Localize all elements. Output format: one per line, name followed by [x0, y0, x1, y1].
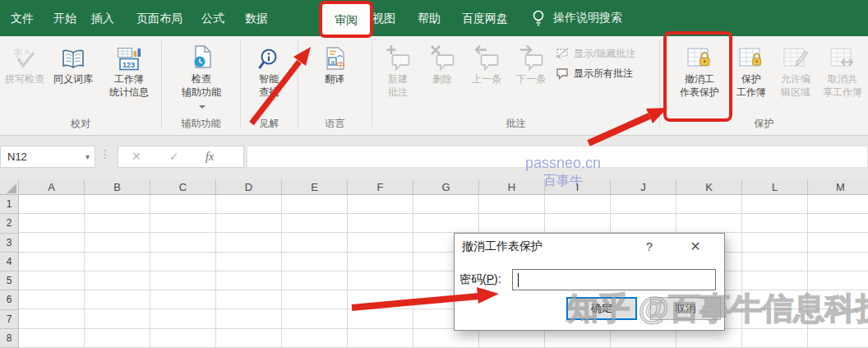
column-header[interactable]: I [545, 179, 611, 194]
delete-comment-button: 删除 [421, 39, 464, 86]
column-header[interactable]: F [348, 179, 413, 194]
formula-bar-handle-icon: ⋮ [99, 147, 109, 160]
sheet-pencil-icon [783, 46, 809, 71]
sheet-share-arrows-icon [829, 46, 856, 71]
column-headers: A B C D E F G H I J K L M [0, 179, 868, 195]
smart-lookup-button[interactable]: 智能 查找 [247, 39, 291, 99]
dialog-close-icon[interactable]: ✕ [683, 237, 708, 257]
previous-comment-icon [473, 44, 500, 71]
name-box[interactable]: N12 ▾ [0, 146, 95, 168]
group-label-accessibility: 辅助功能 [162, 117, 240, 131]
group-comments: 新建 批注 删除 上一条 下一条 显示/隐藏批注 显示所有批注 [372, 36, 659, 136]
show-all-comments-icon [555, 67, 570, 80]
protect-workbook-button[interactable]: 保护 工作簿 [730, 39, 773, 99]
row-header[interactable]: 3 [0, 234, 18, 253]
cell-reference: N12 [7, 151, 27, 163]
row-header[interactable]: 6 [0, 290, 18, 309]
group-proofing: 字A 拼写检查 同义词库 123 工作簿 统计信息 校对 [0, 36, 161, 136]
group-accessibility: 检查 辅助功能 辅助功能 [162, 36, 240, 136]
excel-window: 文件 开始 插入 页面布局 公式 数据 审阅 视图 帮助 百度网盘 操作说明搜索… [0, 0, 868, 348]
password-input[interactable] [513, 270, 715, 290]
spreadsheet-cells[interactable] [19, 195, 868, 348]
column-header[interactable]: M [808, 179, 868, 194]
tab-help[interactable]: 帮助 [418, 0, 441, 36]
row-header[interactable]: 8 [0, 329, 18, 348]
column-header[interactable]: L [742, 179, 808, 194]
svg-text:a: a [331, 58, 335, 66]
dialog-title: 撤消工作表保护 [462, 239, 542, 254]
allow-edit-ranges-button: 允许编 辑区域 [773, 39, 819, 99]
formula-buttons: ✕ ✓ fx [118, 146, 244, 168]
thesaurus-button[interactable]: 同义词库 [49, 39, 97, 86]
next-comment-button: 下一条 [510, 39, 552, 86]
spreadsheet: A B C D E F G H I J K L M 1 2 3 4 5 6 7 … [0, 179, 868, 348]
password-input-wrap [512, 269, 716, 290]
enter-entry-button: ✓ [169, 146, 179, 167]
new-comment-icon [385, 44, 411, 71]
previous-comment-button: 上一条 [465, 39, 508, 86]
workbook-statistics-icon: 123 [117, 46, 141, 71]
tab-file[interactable]: 文件 [11, 0, 34, 36]
column-header[interactable]: K [676, 179, 742, 194]
column-header[interactable]: H [479, 179, 545, 194]
book-icon [61, 48, 85, 71]
row-header[interactable]: 7 [0, 310, 18, 329]
tab-insert[interactable]: 插入 [91, 0, 114, 36]
column-header[interactable]: C [150, 179, 216, 194]
cancel-entry-button: ✕ [132, 146, 141, 167]
check-accessibility-button[interactable]: 检查 辅助功能 [169, 39, 234, 114]
column-header[interactable]: B [85, 179, 150, 194]
search-label: 操作说明搜索 [553, 11, 622, 26]
group-label-insights: 见解 [241, 117, 298, 131]
unprotect-sheet-dialog: 撤消工作表保护 ? ✕ 密码(P): 确定 取消 [454, 233, 725, 331]
password-label: 密码(P): [459, 272, 501, 287]
dropdown-caret-icon [199, 105, 205, 109]
cancel-button[interactable]: 取消 [650, 297, 721, 320]
tab-formulas[interactable]: 公式 [201, 0, 224, 36]
tab-home[interactable]: 开始 [53, 0, 76, 36]
tab-view[interactable]: 视图 [372, 0, 395, 36]
tab-data[interactable]: 数据 [245, 0, 268, 36]
new-comment-button: 新建 批注 [376, 39, 419, 99]
column-header[interactable]: A [19, 179, 85, 194]
tell-me-search[interactable]: 操作说明搜索 [530, 0, 622, 36]
name-box-dropdown-icon[interactable]: ▾ [85, 146, 90, 167]
unprotect-sheet-button[interactable]: 撤消工 作表保护 [669, 39, 730, 99]
select-all-corner[interactable] [0, 179, 19, 195]
group-protect: 撤消工 作表保护 保护 工作簿 允许编 辑区域 取消共 享工作簿 保护 [660, 36, 868, 136]
translate-button[interactable]: a中 翻译 [312, 39, 357, 86]
show-all-comments-toggle[interactable]: 显示所有批注 [555, 63, 658, 83]
formula-input[interactable] [247, 146, 868, 168]
ok-button[interactable]: 确定 [566, 297, 637, 320]
svg-text:A: A [25, 48, 30, 56]
group-label-comments: 批注 [372, 117, 659, 131]
tab-review[interactable]: 审阅 [321, 3, 371, 36]
group-insights: 智能 查找 见解 [241, 36, 298, 136]
svg-text:中: 中 [336, 60, 345, 70]
svg-text:字: 字 [13, 48, 22, 58]
delete-comment-icon [429, 44, 455, 71]
next-comment-icon [518, 44, 544, 71]
insert-function-button[interactable]: fx [205, 146, 214, 167]
row-header[interactable]: 2 [0, 214, 18, 233]
tab-page-layout[interactable]: 页面布局 [136, 0, 182, 36]
workbook-statistics-button[interactable]: 123 工作簿 统计信息 [99, 39, 159, 99]
svg-text:123: 123 [122, 61, 135, 69]
column-header[interactable]: E [282, 179, 348, 194]
column-header[interactable]: J [611, 179, 676, 194]
show-hide-comments-toggle: 显示/隐藏批注 [555, 44, 658, 63]
group-label-proofing: 校对 [0, 117, 161, 131]
group-label-language: 语言 [298, 117, 372, 131]
row-header[interactable]: 5 [0, 271, 18, 290]
text-caret [518, 273, 519, 287]
column-header[interactable]: D [216, 179, 282, 194]
row-headers: 1 2 3 4 5 6 7 8 [0, 195, 19, 348]
tab-baidu-netdisk[interactable]: 百度网盘 [462, 0, 508, 36]
show-hide-comment-icon [555, 47, 570, 60]
spellcheck-button: 字A 拼写检查 [2, 39, 48, 86]
row-header[interactable]: 4 [0, 253, 18, 271]
column-header[interactable]: G [413, 179, 479, 194]
dialog-help-button[interactable]: ? [637, 237, 662, 257]
workbook-lock-icon [738, 46, 764, 71]
row-header[interactable]: 1 [0, 195, 18, 214]
